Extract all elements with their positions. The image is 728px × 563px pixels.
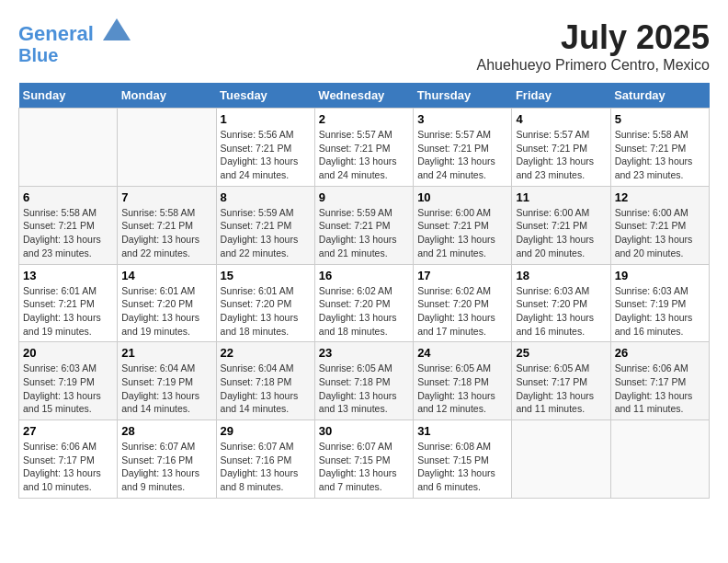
- calendar-cell: 27Sunrise: 6:06 AM Sunset: 7:17 PM Dayli…: [19, 420, 118, 499]
- day-number: 25: [516, 346, 606, 360]
- day-info: Sunrise: 5:59 AM Sunset: 7:21 PM Dayligh…: [319, 206, 409, 260]
- calendar-cell: 15Sunrise: 6:01 AM Sunset: 7:20 PM Dayli…: [216, 264, 314, 342]
- day-header-tuesday: Tuesday: [216, 83, 314, 109]
- calendar-cell: 19Sunrise: 6:03 AM Sunset: 7:19 PM Dayli…: [610, 264, 709, 342]
- calendar-cell: 28Sunrise: 6:07 AM Sunset: 7:16 PM Dayli…: [118, 420, 216, 499]
- day-number: 11: [516, 190, 606, 204]
- day-number: 1: [221, 112, 311, 126]
- calendar-cell: 3Sunrise: 5:57 AM Sunset: 7:21 PM Daylig…: [414, 109, 512, 187]
- day-number: 27: [23, 424, 113, 438]
- day-number: 24: [417, 346, 507, 360]
- day-info: Sunrise: 6:05 AM Sunset: 7:18 PM Dayligh…: [417, 362, 507, 416]
- calendar-cell: 25Sunrise: 6:05 AM Sunset: 7:17 PM Dayli…: [512, 342, 610, 420]
- day-info: Sunrise: 6:02 AM Sunset: 7:20 PM Dayligh…: [417, 284, 507, 339]
- day-info: Sunrise: 6:01 AM Sunset: 7:20 PM Dayligh…: [121, 284, 211, 339]
- calendar-cell: 8Sunrise: 5:59 AM Sunset: 7:21 PM Daylig…: [216, 186, 314, 264]
- day-number: 3: [417, 112, 507, 126]
- day-info: Sunrise: 6:07 AM Sunset: 7:16 PM Dayligh…: [121, 440, 211, 494]
- calendar-cell: 30Sunrise: 6:07 AM Sunset: 7:15 PM Dayli…: [314, 420, 413, 499]
- day-number: 16: [319, 269, 409, 282]
- calendar-cell: 17Sunrise: 6:02 AM Sunset: 7:20 PM Dayli…: [414, 264, 512, 342]
- calendar-week-1: 1Sunrise: 5:56 AM Sunset: 7:21 PM Daylig…: [19, 109, 710, 187]
- calendar-cell: 20Sunrise: 6:03 AM Sunset: 7:19 PM Dayli…: [19, 342, 118, 420]
- page-header: General Blue July 2025 Ahuehueyo Primero…: [18, 18, 710, 74]
- day-info: Sunrise: 6:05 AM Sunset: 7:18 PM Dayligh…: [319, 362, 409, 416]
- calendar-cell: 14Sunrise: 6:01 AM Sunset: 7:20 PM Dayli…: [118, 264, 216, 342]
- day-info: Sunrise: 5:56 AM Sunset: 7:21 PM Dayligh…: [221, 128, 311, 182]
- day-number: 2: [319, 112, 409, 126]
- day-info: Sunrise: 6:00 AM Sunset: 7:21 PM Dayligh…: [516, 206, 606, 260]
- calendar-cell: 11Sunrise: 6:00 AM Sunset: 7:21 PM Dayli…: [512, 186, 610, 264]
- day-info: Sunrise: 6:04 AM Sunset: 7:18 PM Dayligh…: [221, 362, 311, 416]
- day-header-thursday: Thursday: [414, 83, 512, 109]
- calendar-cell: [610, 420, 709, 499]
- day-info: Sunrise: 5:57 AM Sunset: 7:21 PM Dayligh…: [516, 128, 606, 182]
- calendar-cell: 2Sunrise: 5:57 AM Sunset: 7:21 PM Daylig…: [314, 109, 413, 187]
- day-number: 17: [417, 269, 507, 282]
- day-number: 29: [221, 424, 311, 438]
- day-number: 18: [516, 269, 606, 282]
- calendar-cell: 4Sunrise: 5:57 AM Sunset: 7:21 PM Daylig…: [512, 109, 610, 187]
- calendar-cell: 5Sunrise: 5:58 AM Sunset: 7:21 PM Daylig…: [610, 109, 709, 187]
- calendar-cell: [118, 109, 216, 187]
- logo-text: General: [18, 18, 131, 45]
- day-number: 20: [23, 346, 113, 360]
- day-number: 5: [615, 112, 705, 126]
- calendar-week-3: 13Sunrise: 6:01 AM Sunset: 7:21 PM Dayli…: [19, 264, 710, 342]
- calendar-week-4: 20Sunrise: 6:03 AM Sunset: 7:19 PM Dayli…: [19, 342, 710, 420]
- calendar-cell: 24Sunrise: 6:05 AM Sunset: 7:18 PM Dayli…: [414, 342, 512, 420]
- day-info: Sunrise: 5:59 AM Sunset: 7:21 PM Dayligh…: [221, 206, 311, 260]
- logo: General Blue: [18, 18, 131, 65]
- calendar-cell: 10Sunrise: 6:00 AM Sunset: 7:21 PM Dayli…: [414, 186, 512, 264]
- day-number: 23: [319, 346, 409, 360]
- day-info: Sunrise: 6:00 AM Sunset: 7:21 PM Dayligh…: [417, 206, 507, 260]
- day-number: 4: [516, 112, 606, 126]
- day-number: 15: [221, 269, 311, 282]
- day-info: Sunrise: 5:57 AM Sunset: 7:21 PM Dayligh…: [319, 128, 409, 182]
- calendar-cell: 12Sunrise: 6:00 AM Sunset: 7:21 PM Dayli…: [610, 186, 709, 264]
- day-info: Sunrise: 5:58 AM Sunset: 7:21 PM Dayligh…: [615, 128, 705, 182]
- day-info: Sunrise: 6:03 AM Sunset: 7:19 PM Dayligh…: [23, 362, 113, 416]
- day-number: 9: [319, 190, 409, 204]
- calendar-cell: 7Sunrise: 5:58 AM Sunset: 7:21 PM Daylig…: [118, 186, 216, 264]
- day-info: Sunrise: 5:58 AM Sunset: 7:21 PM Dayligh…: [23, 206, 113, 260]
- day-info: Sunrise: 6:07 AM Sunset: 7:16 PM Dayligh…: [221, 440, 311, 494]
- day-info: Sunrise: 6:08 AM Sunset: 7:15 PM Dayligh…: [417, 440, 507, 494]
- calendar-cell: 31Sunrise: 6:08 AM Sunset: 7:15 PM Dayli…: [414, 420, 512, 499]
- calendar-cell: [512, 420, 610, 499]
- calendar-week-2: 6Sunrise: 5:58 AM Sunset: 7:21 PM Daylig…: [19, 186, 710, 264]
- day-number: 13: [23, 269, 113, 282]
- day-info: Sunrise: 6:05 AM Sunset: 7:17 PM Dayligh…: [516, 362, 606, 416]
- calendar-cell: 18Sunrise: 6:03 AM Sunset: 7:20 PM Dayli…: [512, 264, 610, 342]
- logo-blue: Blue: [18, 45, 131, 65]
- day-info: Sunrise: 6:01 AM Sunset: 7:21 PM Dayligh…: [23, 284, 113, 339]
- day-header-sunday: Sunday: [19, 83, 118, 109]
- day-info: Sunrise: 6:03 AM Sunset: 7:20 PM Dayligh…: [516, 284, 606, 339]
- day-info: Sunrise: 6:00 AM Sunset: 7:21 PM Dayligh…: [615, 206, 705, 260]
- day-info: Sunrise: 5:58 AM Sunset: 7:21 PM Dayligh…: [121, 206, 211, 260]
- logo-icon: [103, 18, 131, 40]
- calendar-week-5: 27Sunrise: 6:06 AM Sunset: 7:17 PM Dayli…: [19, 420, 710, 499]
- day-number: 31: [417, 424, 507, 438]
- calendar-header-row: SundayMondayTuesdayWednesdayThursdayFrid…: [19, 83, 710, 109]
- day-info: Sunrise: 6:06 AM Sunset: 7:17 PM Dayligh…: [615, 362, 705, 416]
- calendar-cell: 23Sunrise: 6:05 AM Sunset: 7:18 PM Dayli…: [314, 342, 413, 420]
- calendar-cell: [19, 109, 118, 187]
- day-number: 30: [319, 424, 409, 438]
- calendar-cell: 29Sunrise: 6:07 AM Sunset: 7:16 PM Dayli…: [216, 420, 314, 499]
- calendar-cell: 6Sunrise: 5:58 AM Sunset: 7:21 PM Daylig…: [19, 186, 118, 264]
- day-header-wednesday: Wednesday: [314, 83, 413, 109]
- svg-marker-0: [103, 18, 131, 40]
- day-header-monday: Monday: [118, 83, 216, 109]
- day-info: Sunrise: 6:06 AM Sunset: 7:17 PM Dayligh…: [23, 440, 113, 494]
- day-number: 7: [121, 190, 211, 204]
- calendar-cell: 1Sunrise: 5:56 AM Sunset: 7:21 PM Daylig…: [216, 109, 314, 187]
- day-info: Sunrise: 6:01 AM Sunset: 7:20 PM Dayligh…: [221, 284, 311, 339]
- day-header-saturday: Saturday: [610, 83, 709, 109]
- location-title: Ahuehueyo Primero Centro, Mexico: [477, 57, 710, 74]
- day-number: 22: [221, 346, 311, 360]
- calendar-table: SundayMondayTuesdayWednesdayThursdayFrid…: [18, 83, 710, 499]
- day-info: Sunrise: 6:07 AM Sunset: 7:15 PM Dayligh…: [319, 440, 409, 494]
- day-header-friday: Friday: [512, 83, 610, 109]
- day-info: Sunrise: 6:02 AM Sunset: 7:20 PM Dayligh…: [319, 284, 409, 339]
